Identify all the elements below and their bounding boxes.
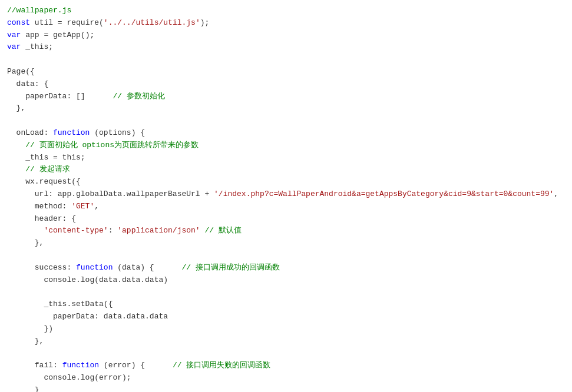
code-line-31: console.log(error); bbox=[0, 372, 572, 384]
code-line-26: paperData: data.data.data bbox=[0, 311, 572, 323]
code-line-18: header: { bbox=[0, 213, 572, 225]
code-line-16: url: app.globalData.wallpaperBaseUrl + '… bbox=[0, 188, 572, 201]
code-line-24 bbox=[0, 286, 572, 298]
code-line-9: }, bbox=[0, 102, 572, 115]
code-line-5 bbox=[0, 54, 572, 66]
code-line-28: }, bbox=[0, 335, 572, 348]
code-line-29 bbox=[0, 347, 572, 360]
code-line-17: method: 'GET', bbox=[0, 201, 572, 213]
code-line-32: } bbox=[0, 384, 572, 392]
code-line-8: paperData: [] // 参数初始化 bbox=[0, 91, 572, 103]
code-line-4: var _this; bbox=[0, 41, 572, 54]
code-editor: //wallpaper.js const util = require('../… bbox=[0, 0, 572, 392]
code-line-21 bbox=[0, 250, 572, 262]
code-line-7: data: { bbox=[0, 78, 572, 91]
code-line-25: _this.setData({ bbox=[0, 298, 572, 311]
code-line-3: var app = getApp(); bbox=[0, 29, 572, 42]
code-line-27: }) bbox=[0, 323, 572, 335]
code-line-14: // 发起请求 bbox=[0, 164, 572, 176]
code-line-10 bbox=[0, 115, 572, 127]
code-line-6: Page({ bbox=[0, 66, 572, 78]
code-line-19: 'content-type': 'application/json' // 默认… bbox=[0, 225, 572, 237]
code-line-13: _this = this; bbox=[0, 152, 572, 164]
code-line-23: console.log(data.data.data) bbox=[0, 274, 572, 287]
code-line-2: const util = require('../../utils/util.j… bbox=[0, 17, 572, 29]
code-line-22: success: function (data) { // 接口调用成功的回调函… bbox=[0, 262, 572, 274]
code-line-20: }, bbox=[0, 237, 572, 250]
code-line-11: onLoad: function (options) { bbox=[0, 127, 572, 139]
code-line-15: wx.request({ bbox=[0, 176, 572, 188]
code-line-30: fail: function (error) { // 接口调用失败的回调函数 bbox=[0, 360, 572, 372]
code-line-1: //wallpaper.js bbox=[0, 5, 572, 17]
code-line-12: // 页面初始化 options为页面跳转所带来的参数 bbox=[0, 139, 572, 152]
